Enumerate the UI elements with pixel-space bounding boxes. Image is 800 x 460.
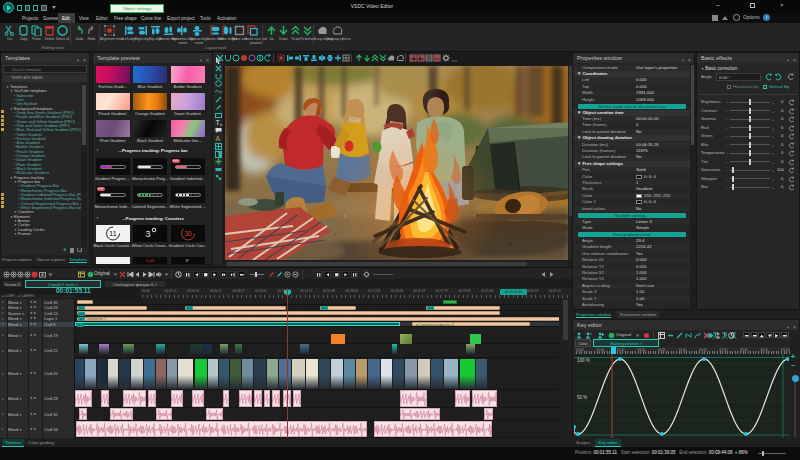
svg-text:T: T	[216, 119, 221, 126]
svg-text:11: 11	[109, 230, 116, 237]
svg-text:100 %: 100 %	[577, 358, 590, 363]
svg-text:3: 3	[145, 229, 150, 239]
svg-text:A: A	[216, 135, 221, 142]
svg-text:50 %: 50 %	[577, 395, 587, 400]
svg-text:30: 30	[184, 230, 192, 237]
